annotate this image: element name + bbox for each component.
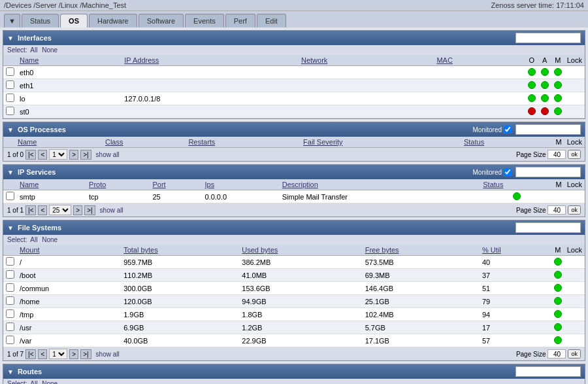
row-checkbox[interactable]	[6, 323, 14, 331]
page-select[interactable]: 1	[49, 149, 67, 160]
row-checkbox[interactable]	[6, 192, 14, 200]
os-proc-col-name[interactable]: Name	[18, 138, 37, 146]
tab-hardware[interactable]: Hardware	[89, 14, 137, 27]
row-checkbox[interactable]	[6, 94, 14, 102]
page-size-input[interactable]	[547, 205, 566, 215]
ip-svc-col-port[interactable]: Port	[152, 181, 165, 188]
show-all-link[interactable]: show all	[96, 351, 120, 358]
fs-col-total[interactable]: Total bytes	[123, 246, 158, 254]
page-size-input[interactable]	[547, 150, 566, 159]
routes-section: ▼ Routes Select: All None	[3, 364, 585, 384]
tab-status[interactable]: Status	[22, 14, 59, 27]
status-dot-m	[554, 107, 562, 115]
fs-select-all[interactable]: All	[30, 236, 37, 243]
page-size-input[interactable]	[547, 349, 566, 358]
interfaces-col-network[interactable]: Network	[301, 56, 327, 64]
interfaces-table: Name IP Address Network MAC O A M Lock e…	[3, 55, 585, 118]
row-checkbox[interactable]	[6, 107, 14, 115]
fs-mount-link[interactable]: /usr	[20, 324, 31, 332]
interface-name-link[interactable]: st0	[20, 108, 29, 116]
tab-os[interactable]: OS	[60, 14, 88, 27]
tab-software[interactable]: Software	[139, 14, 184, 27]
row-checkbox[interactable]	[6, 67, 14, 76]
fs-mount-link[interactable]: /home	[20, 298, 40, 305]
ip-svc-name-link[interactable]: smtp	[20, 193, 35, 201]
fs-col-free[interactable]: Free bytes	[365, 246, 399, 254]
page-size-text: Page Size	[516, 151, 546, 158]
page-size-ok-btn[interactable]: ok	[568, 150, 581, 159]
tab-events[interactable]: Events	[185, 14, 224, 27]
row-checkbox[interactable]	[6, 270, 14, 279]
prev-page-btn[interactable]: <	[38, 349, 47, 359]
interfaces-col-name[interactable]: Name	[20, 56, 39, 64]
os-proc-col-fail-severity[interactable]: Fail Severity	[303, 138, 343, 146]
file-systems-toggle[interactable]: ▼	[7, 224, 14, 232]
fs-mount-link[interactable]: /tmp	[20, 311, 33, 319]
fs-mount-link[interactable]: /var	[20, 337, 31, 345]
last-page-btn[interactable]: >|	[84, 205, 95, 215]
os-proc-col-status[interactable]: Status	[464, 138, 484, 146]
row-checkbox[interactable]	[6, 336, 14, 344]
fs-select-none[interactable]: None	[42, 236, 57, 243]
last-page-btn[interactable]: >|	[80, 349, 91, 359]
prev-page-btn[interactable]: <	[38, 150, 47, 160]
interface-name-link[interactable]: eth1	[20, 82, 33, 90]
routes-select-none[interactable]: None	[42, 380, 57, 384]
fs-col-util[interactable]: % Util	[482, 246, 501, 254]
fs-mount-link[interactable]: /commun	[20, 285, 49, 292]
routes-search[interactable]	[515, 366, 581, 377]
fs-mount-link[interactable]: /boot	[20, 271, 35, 279]
row-checkbox[interactable]	[6, 257, 14, 266]
fs-mount-link[interactable]: /	[20, 258, 22, 266]
first-page-btn[interactable]: |<	[25, 205, 36, 215]
os-processes-search[interactable]	[515, 124, 581, 135]
first-page-btn[interactable]: |<	[25, 349, 36, 359]
tab-dropdown[interactable]: ▼	[4, 14, 20, 27]
monitored-checkbox[interactable]	[504, 126, 512, 133]
interfaces-select-none[interactable]: None	[42, 46, 57, 54]
row-checkbox[interactable]	[6, 296, 14, 305]
prev-page-btn[interactable]: <	[38, 205, 47, 215]
page-size-ok-btn[interactable]: ok	[568, 349, 581, 358]
fs-col-mount[interactable]: Mount	[20, 246, 40, 254]
interface-name-link[interactable]: lo	[20, 95, 25, 103]
page-size-ok-btn[interactable]: ok	[568, 205, 581, 215]
ip-services-toggle[interactable]: ▼	[7, 169, 14, 176]
show-all-link[interactable]: show all	[100, 207, 123, 214]
interfaces-toggle[interactable]: ▼	[7, 35, 14, 42]
routes-select-all[interactable]: All	[30, 380, 37, 384]
interfaces-col-mac[interactable]: MAC	[436, 56, 452, 64]
ip-svc-col-ips[interactable]: Ips	[205, 181, 215, 188]
next-page-btn[interactable]: >	[73, 205, 82, 215]
ip-svc-col-proto[interactable]: Proto	[89, 181, 106, 188]
fs-col-used[interactable]: Used bytes	[242, 246, 278, 254]
row-checkbox[interactable]	[6, 80, 14, 89]
tab-edit[interactable]: Edit	[257, 14, 286, 27]
ip-svc-col-name[interactable]: Name	[20, 181, 39, 188]
first-page-btn[interactable]: |<	[25, 150, 36, 160]
ip-services-search[interactable]	[515, 167, 581, 177]
os-proc-col-class[interactable]: Class	[105, 138, 123, 146]
page-select[interactable]: 1	[49, 349, 67, 359]
file-systems-search[interactable]	[515, 222, 581, 233]
next-page-btn[interactable]: >	[69, 150, 78, 160]
page-select[interactable]: 25	[49, 205, 71, 215]
next-page-btn[interactable]: >	[69, 349, 78, 359]
table-row: /boot 110.2MB41.0MB69.3MB37	[3, 269, 585, 282]
tab-perf[interactable]: Perf	[225, 14, 255, 27]
ip-svc-col-status[interactable]: Status	[483, 181, 503, 188]
status-dot-a	[541, 107, 549, 115]
interfaces-col-ip[interactable]: IP Address	[124, 56, 159, 64]
os-proc-col-restarts[interactable]: Restarts	[188, 138, 215, 146]
routes-toggle[interactable]: ▼	[7, 368, 14, 375]
interface-name-link[interactable]: eth0	[20, 69, 33, 77]
os-processes-toggle[interactable]: ▼	[7, 126, 14, 133]
show-all-link[interactable]: show all	[96, 151, 120, 158]
row-checkbox[interactable]	[6, 309, 14, 318]
row-checkbox[interactable]	[6, 283, 14, 292]
ip-svc-col-description[interactable]: Description	[282, 181, 318, 188]
monitored-checkbox[interactable]	[504, 168, 512, 176]
interfaces-select-all[interactable]: All	[30, 46, 37, 54]
interfaces-search[interactable]	[515, 33, 581, 43]
last-page-btn[interactable]: >|	[80, 150, 91, 160]
